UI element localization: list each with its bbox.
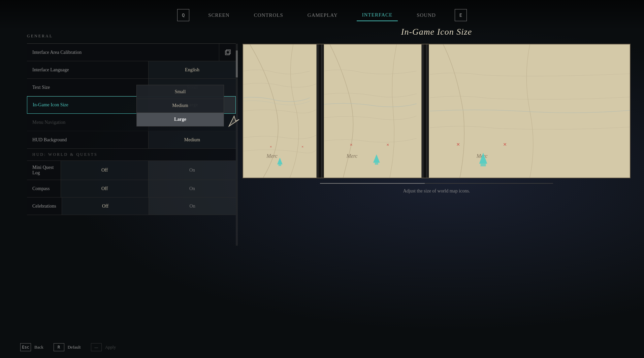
setting-row-hud-bg[interactable]: HUD Background Medium bbox=[27, 131, 236, 149]
preview-panel: In-Game Icon Size bbox=[243, 27, 631, 194]
svg-text:✕: ✕ bbox=[350, 142, 353, 147]
dropdown-option-medium[interactable]: Medium bbox=[137, 99, 224, 113]
svg-marker-3 bbox=[229, 116, 239, 126]
setting-label-calibration: Interface Area Calibration bbox=[27, 44, 219, 61]
preview-map: Merc Merc Merc ✕ ✕ ✕ ✕ bbox=[243, 44, 631, 178]
cursor-arrow bbox=[227, 114, 241, 129]
setting-value-mini-quest-off: Off bbox=[61, 161, 148, 180]
setting-row-mini-quest[interactable]: Mini Quest Log Off On bbox=[27, 161, 236, 180]
dropdown-option-small[interactable]: Small bbox=[137, 85, 224, 99]
preview-description: Adjust the size of world map icons. bbox=[243, 188, 631, 194]
general-section-label: GENERAL bbox=[27, 34, 236, 39]
setting-row-language[interactable]: Interface Language English bbox=[27, 61, 236, 79]
preview-progress-bar bbox=[320, 183, 553, 184]
svg-marker-13 bbox=[277, 158, 283, 165]
setting-value-hud-bg: Medium bbox=[148, 131, 236, 148]
apply-label: Apply bbox=[105, 345, 116, 350]
setting-label-menu-nav: Menu Navigation bbox=[27, 114, 148, 131]
setting-value-compass-on[interactable]: On bbox=[148, 180, 236, 197]
preview-title: In-Game Icon Size bbox=[243, 27, 631, 37]
setting-value-celebrations-on[interactable]: On bbox=[149, 198, 236, 215]
top-navigation: Q Screen Controls Gameplay Interface Sou… bbox=[0, 0, 644, 30]
settings-list: Interface Area Calibration Interface Lan… bbox=[27, 43, 236, 215]
copy-icon bbox=[224, 49, 231, 56]
svg-text:Merc: Merc bbox=[346, 153, 358, 159]
svg-rect-14 bbox=[279, 164, 281, 166]
scrollbar[interactable] bbox=[236, 44, 238, 246]
svg-rect-0 bbox=[225, 51, 229, 55]
map-terrain-svg: Merc Merc Merc ✕ ✕ ✕ ✕ bbox=[243, 44, 630, 178]
nav-item-sound[interactable]: Sound bbox=[411, 10, 441, 21]
setting-value-compass-off: Off bbox=[61, 180, 148, 197]
setting-label-mini-quest: Mini Quest Log bbox=[27, 161, 61, 180]
svg-rect-22 bbox=[481, 164, 486, 166]
setting-label-language: Interface Language bbox=[27, 61, 148, 78]
setting-row-compass[interactable]: Compass Off On bbox=[27, 180, 236, 198]
right-bracket-key[interactable]: E bbox=[455, 9, 467, 21]
setting-row-celebrations[interactable]: Celebrations Off On bbox=[27, 198, 236, 215]
nav-item-screen[interactable]: Screen bbox=[203, 10, 235, 21]
setting-value-mini-quest-on[interactable]: On bbox=[148, 161, 236, 180]
svg-rect-11 bbox=[422, 44, 423, 178]
hud-section-label: HUD: WORLD & QUESTS bbox=[27, 149, 236, 161]
nav-item-controls[interactable]: Controls bbox=[249, 10, 289, 21]
preview-progress-fill bbox=[320, 183, 425, 184]
svg-rect-12 bbox=[426, 44, 427, 178]
default-button[interactable]: R Default bbox=[54, 343, 81, 351]
apply-button[interactable]: — Apply bbox=[91, 343, 116, 351]
left-bracket-key[interactable]: Q bbox=[177, 9, 189, 21]
svg-text:✕: ✕ bbox=[503, 141, 507, 147]
icon-size-dropdown: Small Medium Large bbox=[136, 85, 224, 127]
setting-label-compass: Compass bbox=[27, 180, 61, 197]
svg-text:✕: ✕ bbox=[456, 141, 460, 147]
svg-rect-18 bbox=[375, 163, 378, 165]
setting-value-language: English bbox=[148, 61, 236, 78]
nav-item-interface[interactable]: Interface bbox=[357, 9, 398, 21]
svg-rect-8 bbox=[317, 44, 319, 178]
back-button[interactable]: Esc Back bbox=[20, 343, 43, 351]
setting-label-hud-bg: HUD Background bbox=[27, 131, 148, 148]
svg-rect-1 bbox=[226, 50, 230, 54]
svg-marker-17 bbox=[373, 154, 380, 163]
bottom-bar: Esc Back R Default — Apply bbox=[20, 343, 116, 351]
svg-rect-9 bbox=[321, 44, 323, 178]
svg-text:Merc: Merc bbox=[266, 153, 278, 159]
setting-value-celebrations-off: Off bbox=[62, 198, 149, 215]
back-label: Back bbox=[34, 345, 43, 350]
calibration-icon bbox=[219, 44, 236, 61]
default-label: Default bbox=[68, 345, 81, 350]
svg-text:✕: ✕ bbox=[270, 145, 272, 148]
svg-text:✕: ✕ bbox=[301, 145, 303, 148]
nav-item-gameplay[interactable]: Gameplay bbox=[302, 10, 343, 21]
setting-row-calibration[interactable]: Interface Area Calibration bbox=[27, 44, 236, 61]
arrow-cursor-icon bbox=[227, 114, 241, 128]
default-key: R bbox=[54, 343, 64, 351]
apply-key: — bbox=[91, 343, 102, 351]
svg-text:✕: ✕ bbox=[387, 142, 389, 147]
setting-label-icon-size: In-Game Icon Size bbox=[27, 97, 148, 113]
scrollbar-thumb[interactable] bbox=[236, 50, 238, 77]
dropdown-option-large[interactable]: Large bbox=[137, 113, 224, 126]
setting-label-text-size: Text Size bbox=[27, 79, 148, 96]
setting-label-celebrations: Celebrations bbox=[27, 198, 62, 215]
back-key: Esc bbox=[20, 343, 31, 351]
